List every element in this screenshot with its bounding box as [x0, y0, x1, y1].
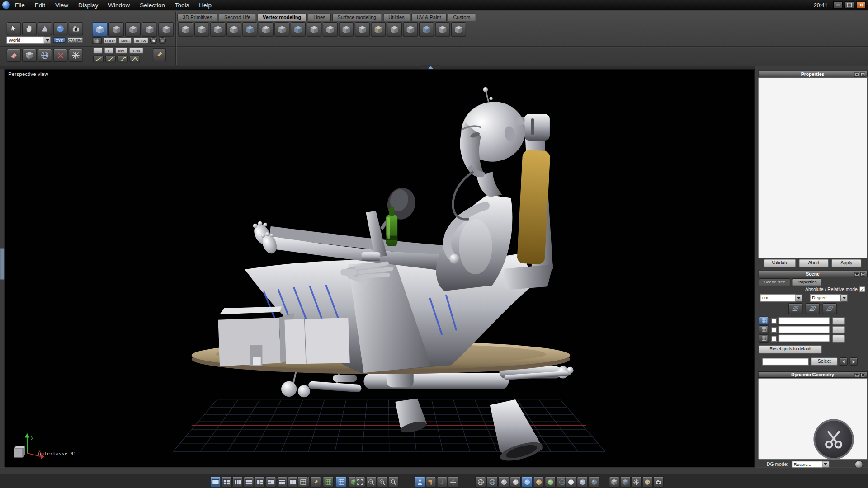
grid-1-field[interactable] [779, 317, 830, 324]
layout-3col-icon[interactable] [232, 476, 243, 487]
grid-3-icon[interactable] [759, 334, 769, 343]
material-shading-icon[interactable] [533, 476, 544, 487]
layout-single-icon[interactable] [210, 476, 221, 487]
eraser-icon[interactable] [7, 49, 21, 62]
scene-close-button[interactable] [860, 272, 865, 277]
xray-shading-icon[interactable] [545, 476, 556, 487]
light-1-icon[interactable] [565, 476, 576, 487]
sphere-tool-icon[interactable] [53, 22, 68, 35]
menu-window[interactable]: Window [103, 0, 135, 10]
select-person-icon[interactable] [415, 476, 425, 487]
select-name-field[interactable] [762, 358, 809, 365]
select-prev-icon[interactable] [840, 357, 848, 366]
select-faces-icon[interactable] [125, 22, 141, 37]
grid-2-icon[interactable] [759, 325, 769, 333]
menu-view[interactable]: View [50, 0, 73, 10]
menu-selection[interactable]: Selection [135, 0, 170, 10]
snap-grid-icon[interactable] [297, 476, 308, 487]
select-auto-icon[interactable] [158, 22, 174, 37]
vertex-tool-15-icon[interactable] [403, 22, 418, 37]
grid-1-checkbox[interactable] [771, 318, 777, 323]
vertex-tool-5-icon[interactable] [242, 22, 257, 37]
cube-icon[interactable] [22, 49, 37, 62]
unit-dropdown[interactable]: cm [760, 294, 802, 301]
betw-button[interactable]: BETW [133, 38, 148, 43]
tab-3d-primitives[interactable]: 3D Primitives [177, 13, 217, 21]
vertex-tool-7-icon[interactable] [274, 22, 289, 37]
hammer-icon[interactable] [426, 476, 436, 487]
vertex-tool-16-icon[interactable] [419, 22, 434, 37]
snapshot-camera-icon[interactable] [653, 476, 664, 487]
vertex-tool-2-icon[interactable] [194, 22, 209, 37]
world-dropdown[interactable]: World [7, 37, 51, 44]
dynamic-geometry-close-button[interactable] [860, 373, 865, 377]
tab-scene-tree[interactable]: Scene tree [759, 278, 790, 286]
tab-uv-paint[interactable]: UV & Paint [411, 13, 446, 21]
camera-tool-icon[interactable] [69, 22, 83, 35]
unit-dropdown-arrow-icon[interactable] [796, 294, 802, 301]
mirror-icon[interactable] [620, 476, 630, 487]
select-button[interactable]: Select [811, 357, 838, 366]
close-button[interactable] [856, 1, 866, 9]
falloff-smooth-icon[interactable] [105, 55, 116, 62]
textured-shading-icon[interactable] [521, 476, 532, 487]
dg-mode-dropdown[interactable]: Restric... [792, 460, 829, 468]
perspective-viewport[interactable]: Perspective view y x untertasse 01 [5, 69, 755, 468]
hidden-line-shading-icon[interactable] [486, 476, 497, 487]
move-icon[interactable] [448, 476, 458, 487]
camera-mode-button[interactable]: CAMERA [67, 37, 83, 43]
tab-scene-properties[interactable]: Properties [792, 278, 822, 286]
zoom-in-icon[interactable] [377, 476, 387, 487]
select-objects-icon[interactable] [142, 22, 157, 37]
reset-grids-button[interactable]: Reset grids to default [759, 345, 822, 353]
light-2-icon[interactable] [577, 476, 588, 487]
layout-2row-icon[interactable] [244, 476, 254, 487]
smooth-shading-icon[interactable] [510, 476, 521, 487]
zoom-out-icon[interactable] [366, 476, 376, 487]
select-all-icon[interactable] [150, 37, 157, 44]
grid-plane-xz-icon[interactable] [823, 303, 837, 314]
falloff-sharp-icon[interactable] [118, 55, 128, 62]
globe-icon[interactable] [38, 49, 52, 62]
layout-2col-icon[interactable] [288, 476, 298, 487]
grid-3-field[interactable] [779, 335, 830, 342]
select-edges-icon[interactable] [108, 22, 124, 37]
maximize-button[interactable] [845, 1, 854, 9]
falloff-spike-icon[interactable] [130, 55, 140, 62]
vertex-tool-8-icon[interactable] [291, 22, 306, 37]
axes-icon[interactable] [437, 476, 447, 487]
invert-selection-button[interactable]: INV [115, 47, 127, 53]
vertex-tool-17-icon[interactable] [435, 22, 450, 37]
show-grid-green-icon[interactable] [323, 476, 334, 487]
vertex-tool-13-icon[interactable] [371, 22, 386, 37]
light-3-icon[interactable] [589, 476, 599, 487]
select-points-icon[interactable] [92, 22, 107, 37]
grid-plane-yz-icon[interactable] [806, 303, 820, 314]
grid-plane-xy-icon[interactable] [788, 303, 803, 314]
layout-quad-icon[interactable] [222, 476, 232, 487]
grid-1-icon[interactable] [759, 316, 769, 324]
vertex-tool-18-icon[interactable] [451, 22, 466, 37]
zoom-fit-icon[interactable] [355, 476, 365, 487]
grid-2-field[interactable] [779, 326, 830, 333]
grid-3-checkbox[interactable] [771, 336, 777, 341]
viewport-scrollbar-handle[interactable] [0, 248, 5, 280]
cage-icon[interactable] [69, 49, 83, 62]
vertex-tool-12-icon[interactable] [355, 22, 370, 37]
magnifier-icon[interactable] [388, 476, 398, 487]
selection-constraint-icon[interactable] [92, 37, 102, 44]
menu-tools[interactable]: Tools [170, 0, 194, 10]
vertex-tool-11-icon[interactable] [339, 22, 354, 37]
draw-on-surface-icon[interactable] [310, 476, 321, 487]
ring-button[interactable]: RING [118, 38, 132, 43]
grid-2-checkbox[interactable] [771, 327, 777, 332]
grow-selection-button[interactable]: + [104, 47, 113, 53]
properties-close-button[interactable] [860, 72, 865, 77]
tab-second-life[interactable]: Second Life [219, 13, 256, 21]
wireframe-shading-icon[interactable] [475, 476, 486, 487]
minimize-button[interactable] [833, 1, 843, 9]
select-next-icon[interactable] [850, 357, 858, 366]
select-none-icon[interactable] [159, 37, 166, 44]
one-over-n-button[interactable]: 1 / N [129, 47, 143, 53]
tab-custom[interactable]: Custom [448, 13, 476, 21]
